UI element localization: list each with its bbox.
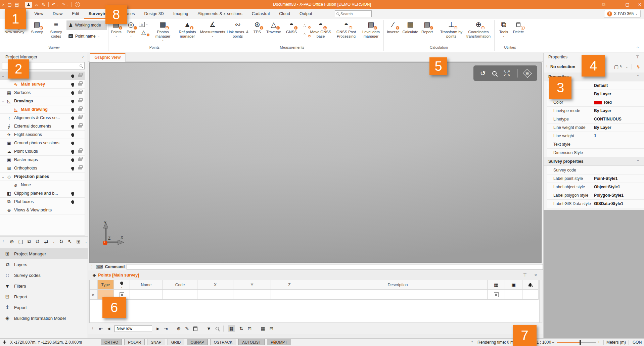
next-row-icon[interactable]: ▶	[156, 327, 159, 331]
property-row-survey-code[interactable]: Survey code	[547, 166, 644, 175]
link-measurements-button[interactable]: ∾ Link meas. & points	[226, 19, 250, 44]
property-row-line-weight[interactable]: Line weight1	[547, 132, 644, 140]
tab-cadastral[interactable]: Cadastral	[247, 9, 275, 19]
tools-button[interactable]: ⧉ Tools ⌄	[497, 19, 510, 44]
lock-icon[interactable]	[78, 158, 82, 161]
toggle-autolist[interactable]: AUTOLIST	[238, 339, 265, 345]
nav-survey-codes[interactable]: ∷ Survey codes	[0, 270, 88, 281]
tree-item-main-survey[interactable]: ∿ Main survey	[0, 80, 85, 89]
tree-item-point-clouds[interactable]: ☁ Point Clouds	[0, 147, 85, 156]
tab-view[interactable]: View	[30, 9, 48, 19]
table-scrollbar[interactable]	[539, 280, 542, 323]
property-row-label-gis-style[interactable]: Label GIS Data styleGISData-Style1	[547, 200, 644, 208]
column-grid-icon[interactable]: ▦	[488, 280, 505, 290]
graphic-view-tab[interactable]: Graphic view	[90, 53, 126, 62]
zoom-extents-icon[interactable]: ↖↗↙↘	[503, 70, 511, 76]
select-objects-icon[interactable]: ▢	[614, 64, 618, 69]
lock-icon[interactable]	[78, 116, 82, 119]
visibility-bulb-icon[interactable]	[71, 192, 74, 195]
rotate-icon[interactable]: ↺	[35, 239, 40, 245]
tree-item-main-drawing[interactable]: ◺ Main drawing	[0, 105, 85, 114]
settings-gear-icon[interactable]: ⚙	[273, 340, 277, 345]
maximize-button[interactable]: ▢	[625, 2, 629, 7]
tree-item-views[interactable]: ⊚ Views & View points	[0, 206, 85, 214]
column-x[interactable]: X	[197, 280, 233, 290]
add-icon[interactable]: ⊕	[10, 239, 14, 245]
gnss-post-processing-button[interactable]: ◓▦ GNSS Post Processing	[334, 19, 359, 44]
lock-icon[interactable]	[78, 167, 82, 169]
tree-item-projection-planes[interactable]: ⌄ ◇ Projection planes	[0, 172, 85, 181]
gnss-button[interactable]: ◓+ GNSS	[284, 19, 299, 44]
lock-icon[interactable]	[78, 75, 82, 77]
delete-button[interactable]: ▼ Delete	[512, 19, 525, 44]
visibility-bulb-icon[interactable]	[71, 133, 74, 136]
last-row-icon[interactable]: ⇥	[164, 326, 168, 331]
collapse-ribbon-icon[interactable]: ⌃	[636, 46, 639, 51]
close-button[interactable]: ×	[638, 2, 641, 8]
tab-output[interactable]: Output	[295, 9, 317, 19]
ref-points-manager-button[interactable]: ▲▮ Ref.points manager	[175, 19, 199, 44]
cell-code[interactable]	[163, 290, 197, 300]
visibility-bulb-icon[interactable]	[71, 83, 74, 86]
tab-cloud[interactable]: Cloud	[274, 9, 295, 19]
coordinates-transformation-button[interactable]: ⊕▦ Coordinates transformation	[464, 19, 493, 44]
tree-item-alignments[interactable]: ≀ Alignments & Cross se...	[0, 114, 85, 122]
minimize-button[interactable]: –	[614, 2, 616, 7]
drag-handle[interactable]: ⋮	[91, 326, 95, 331]
visibility-bulb-icon[interactable]	[71, 142, 74, 145]
cell-description[interactable]	[308, 290, 488, 300]
toggle-prompt[interactable]: PROMPT	[267, 339, 291, 345]
lock-icon[interactable]	[78, 108, 82, 111]
delete-row-icon[interactable]	[193, 327, 197, 331]
xpad365-account-button[interactable]: ! X-PAD 365 ⌄	[604, 10, 641, 18]
toggle-polar[interactable]: POLAR	[124, 339, 145, 345]
column-z[interactable]: Z	[271, 280, 308, 290]
toggle-ortho[interactable]: ORTHO	[101, 339, 122, 345]
drag-handle[interactable]: ⋮	[545, 64, 549, 69]
graphic-canvas[interactable]: ↺ ↖↗↙↘ 3D Y X Z	[89, 62, 542, 263]
gnss-points-button[interactable]: ∴+	[300, 23, 309, 28]
move-gnss-base-button[interactable]: ◓✚ Move GNSS base	[309, 19, 332, 44]
nav-project-manager[interactable]: ⊞ Project Manager	[0, 248, 88, 259]
previous-row-icon[interactable]: ◀	[107, 327, 110, 331]
zoom-in-button[interactable]: +	[598, 340, 600, 345]
tree-item-orthophotos[interactable]: ⊞ Orthophotos	[0, 164, 85, 172]
visibility-bulb-icon[interactable]	[71, 167, 74, 170]
inverse-button[interactable]: ∕? Inverse	[385, 19, 401, 44]
print-icon[interactable]: ⊟	[270, 326, 274, 331]
visibility-bulb-icon[interactable]	[71, 116, 74, 119]
toggle-osnap[interactable]: OSNAP	[187, 339, 208, 345]
row-position-input[interactable]	[114, 325, 152, 332]
visibility-bulb-icon[interactable]	[71, 100, 74, 103]
swap-icon[interactable]: ⇄	[44, 239, 48, 245]
sort-icon[interactable]: ⇅	[239, 326, 243, 331]
chevron-down-icon[interactable]: ⌄	[0, 99, 6, 103]
lock-icon[interactable]	[78, 91, 82, 94]
column-type[interactable]: Type	[98, 280, 114, 290]
cell-x[interactable]	[197, 290, 233, 300]
quick-select-bolt-icon[interactable]: ↯	[636, 64, 640, 69]
cell-y[interactable]	[233, 290, 271, 300]
slider-handle[interactable]	[580, 340, 581, 345]
tree-item-raster-maps[interactable]: ▣ Raster maps	[0, 156, 85, 164]
edit-row-icon[interactable]: ✎	[185, 326, 189, 331]
points-table-new-row[interactable]: ▶	[90, 290, 539, 300]
measurements-button[interactable]: ∡ Measurements ⌄	[202, 19, 223, 44]
property-row-linetype-mode[interactable]: Linetype modeBy Layer	[547, 107, 644, 115]
tps-button[interactable]: ⊛+ TPS	[251, 19, 263, 44]
label-box-button[interactable]: △ ⌄	[139, 22, 148, 27]
cell-grid[interactable]	[488, 290, 505, 300]
tree-item-ground-photos[interactable]: ▣ Ground photos sessions	[0, 139, 85, 147]
visibility-bulb-icon[interactable]	[71, 150, 74, 153]
new-window-icon[interactable]: ⊞	[77, 239, 81, 245]
chevron-down-icon[interactable]: ⌄	[0, 175, 6, 179]
search-input[interactable]	[340, 12, 367, 16]
toggle-grid[interactable]: GRID	[168, 339, 185, 345]
tree-item-external-documents[interactable]: ∮ External documents	[0, 122, 85, 131]
visibility-bulb-icon[interactable]	[71, 108, 74, 111]
visibility-bulb-icon[interactable]	[71, 75, 74, 78]
scale-slider[interactable]	[557, 342, 596, 343]
add-label-button[interactable]: △+	[139, 30, 148, 36]
table-icon[interactable]: ▦	[261, 326, 265, 331]
report-button[interactable]: ▤✓ Report	[420, 19, 434, 44]
